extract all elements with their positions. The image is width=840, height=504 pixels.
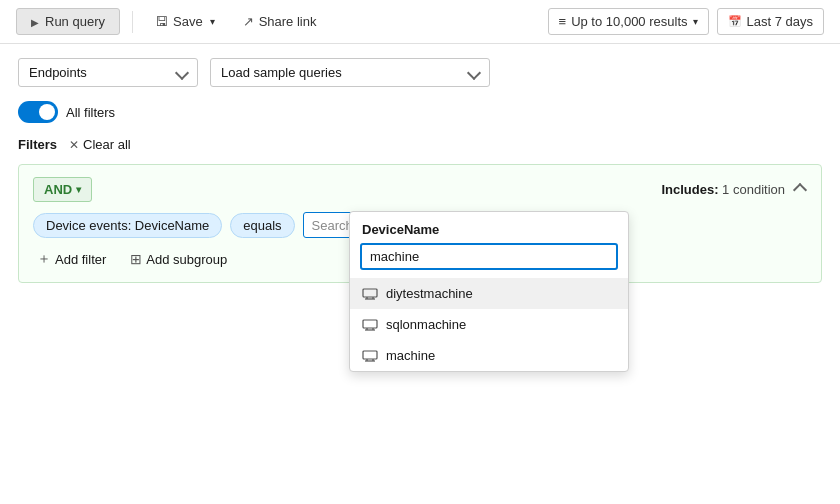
calendar-icon: 📅 <box>728 15 742 28</box>
and-operator-button[interactable]: AND ▾ <box>33 177 92 202</box>
run-query-label: Run query <box>45 14 105 29</box>
includes-text: Includes: 1 condition <box>661 182 785 197</box>
results-icon: ≡ <box>559 14 567 29</box>
svg-rect-0 <box>363 289 377 297</box>
popup-item-2[interactable]: machine <box>350 340 628 371</box>
device-icon-0 <box>362 288 378 300</box>
share-link-label: Share link <box>259 14 317 29</box>
add-subgroup-label: Add subgroup <box>146 252 227 267</box>
clear-all-button[interactable]: ✕ Clear all <box>65 135 135 154</box>
run-query-button[interactable]: Run query <box>16 8 120 35</box>
clear-all-label: Clear all <box>83 137 131 152</box>
condition-count-val: 1 condition <box>722 182 785 197</box>
operator-tag[interactable]: equals <box>230 213 294 238</box>
and-label: AND <box>44 182 72 197</box>
popup-title: DeviceName <box>350 212 628 243</box>
popup-search-input[interactable] <box>370 249 608 264</box>
all-filters-toggle[interactable] <box>18 101 58 123</box>
dropdown-row: Endpoints Load sample queries <box>18 58 822 87</box>
x-icon: ✕ <box>69 138 79 152</box>
results-button[interactable]: ≡ Up to 10,000 results ▾ <box>548 8 709 35</box>
collapse-button[interactable] <box>793 183 807 197</box>
toolbar: Run query 🖫 Save ▾ ↗ Share link ≡ Up to … <box>0 0 840 44</box>
endpoints-label: Endpoints <box>29 65 87 80</box>
load-sample-chevron-icon <box>467 65 481 79</box>
subgroup-icon: ⊞ <box>130 251 142 267</box>
toggle-row: All filters <box>18 101 822 123</box>
add-subgroup-button[interactable]: ⊞ Add subgroup <box>126 249 231 269</box>
header-right: Includes: 1 condition <box>661 182 807 197</box>
popup-item-1[interactable]: sqlonmachine <box>350 309 628 340</box>
filters-row: Filters ✕ Clear all <box>18 135 822 154</box>
field-tag[interactable]: Device events: DeviceName <box>33 213 222 238</box>
results-label: Up to 10,000 results <box>571 14 687 29</box>
add-filter-button[interactable]: ＋ Add filter <box>33 248 110 270</box>
filter-group-header: AND ▾ Includes: 1 condition <box>33 177 807 202</box>
popup-search-box[interactable] <box>360 243 618 270</box>
share-link-button[interactable]: ↗ Share link <box>233 9 327 34</box>
endpoints-chevron-icon <box>175 65 189 79</box>
share-icon: ↗ <box>243 14 254 29</box>
date-range-button[interactable]: 📅 Last 7 days <box>717 8 825 35</box>
toggle-knob <box>39 104 55 120</box>
popup-item-0[interactable]: diytestmachine <box>350 278 628 309</box>
load-sample-label: Load sample queries <box>221 65 342 80</box>
add-filter-label: Add filter <box>55 252 106 267</box>
device-icon-2 <box>362 350 378 362</box>
results-chevron-icon: ▾ <box>693 16 698 27</box>
svg-rect-4 <box>363 320 377 328</box>
popup-items-list: diytestmachine sqlonmachine <box>350 278 628 371</box>
includes-label: Includes: <box>661 182 718 197</box>
load-sample-dropdown[interactable]: Load sample queries <box>210 58 490 87</box>
all-filters-label: All filters <box>66 105 115 120</box>
device-name-popup: DeviceName diytestmachine <box>349 211 629 372</box>
toolbar-right: ≡ Up to 10,000 results ▾ 📅 Last 7 days <box>548 8 824 35</box>
endpoints-dropdown[interactable]: Endpoints <box>18 58 198 87</box>
popup-item-label-1: sqlonmachine <box>386 317 466 332</box>
content-area: Endpoints Load sample queries All filter… <box>0 44 840 297</box>
svg-rect-8 <box>363 351 377 359</box>
save-chevron-icon: ▾ <box>210 16 215 27</box>
filter-group: AND ▾ Includes: 1 condition Device event… <box>18 164 822 283</box>
save-icon: 🖫 <box>155 14 168 29</box>
chevron-up-icon <box>793 182 807 196</box>
device-icon-1 <box>362 319 378 331</box>
play-icon <box>31 14 39 29</box>
filters-label: Filters <box>18 137 57 152</box>
and-chevron-icon: ▾ <box>76 184 81 195</box>
popup-item-label-2: machine <box>386 348 435 363</box>
save-button[interactable]: 🖫 Save ▾ <box>145 9 225 34</box>
toolbar-divider <box>132 11 133 33</box>
date-range-label: Last 7 days <box>747 14 814 29</box>
popup-item-label-0: diytestmachine <box>386 286 473 301</box>
plus-icon: ＋ <box>37 250 51 268</box>
save-label: Save <box>173 14 203 29</box>
